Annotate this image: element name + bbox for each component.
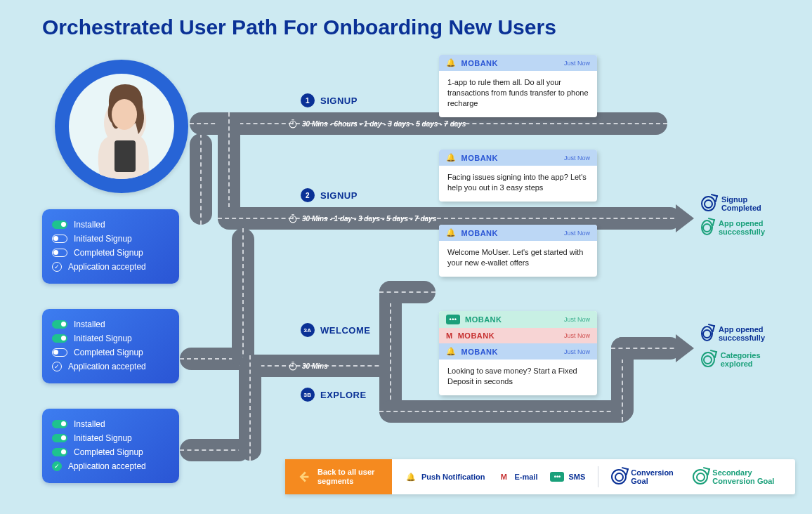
- step-3b: 3BEXPLORE: [301, 388, 367, 402]
- segment-row-label: Application accepted: [68, 362, 146, 371]
- segment-row: Completed Signup: [52, 445, 169, 459]
- notification-card-2: 🔔MOBANKJust Now Facing issues signing in…: [439, 150, 597, 202]
- target-icon: [701, 196, 716, 211]
- road: [239, 355, 261, 461]
- toggle-icon: [52, 235, 67, 243]
- toggle-icon: [52, 334, 67, 343]
- mail-icon: M: [497, 470, 510, 483]
- toggle-icon: [52, 249, 67, 257]
- legend-bar: Back to all user segments 🔔Push Notifica…: [285, 459, 795, 494]
- segment-row-label: Completed Signup: [74, 447, 143, 457]
- segment-row-label: Completed Signup: [74, 248, 143, 258]
- bell-icon: 🔔: [405, 470, 417, 483]
- segment-row: Completed Signup: [52, 246, 169, 260]
- segment-row-label: Completed Signup: [74, 348, 143, 357]
- back-arrow-icon: [296, 469, 312, 485]
- toggle-icon: [52, 320, 67, 329]
- segment-row-label: Application accepted: [68, 461, 146, 471]
- goal-categories: Categories explored: [701, 351, 785, 368]
- svg-point-0: [112, 99, 137, 130]
- step-2: 2SIGNUP: [301, 188, 358, 202]
- road: [232, 228, 254, 369]
- segment-row: Initiated Signup: [52, 331, 169, 345]
- notification-card-3: 🔔MOBANKJust Now Welcome MoUser. Let's ge…: [439, 225, 597, 277]
- road: [190, 133, 212, 225]
- check-icon: ✓: [52, 461, 62, 471]
- bell-icon: 🔔: [446, 228, 457, 237]
- segment-row-label: Initiated Signup: [74, 234, 132, 244]
- person-icon: [79, 74, 164, 179]
- target-icon: [611, 469, 627, 485]
- segment-row: Installed: [52, 417, 169, 431]
- stopwatch-icon: [288, 119, 298, 128]
- toggle-icon: [52, 448, 67, 456]
- goal-app-opened: App opened successfully: [701, 219, 785, 236]
- goal-signup-completed: Signup Completed: [701, 195, 785, 212]
- toggle-icon: [52, 220, 67, 229]
- target-icon: [693, 469, 708, 485]
- arrow-icon: [676, 334, 694, 362]
- step-2-timing: 30 Mins - 1 day - 3 days - 5 days - 7 da…: [288, 213, 436, 223]
- mail-icon: M: [446, 331, 453, 340]
- road: [379, 281, 436, 303]
- legend-push: 🔔Push Notification: [405, 470, 485, 483]
- legend-sms: •••SMS: [550, 472, 585, 482]
- toggle-icon: [52, 434, 67, 442]
- stopwatch-icon: [288, 361, 298, 371]
- legend-email: ME-mail: [497, 470, 537, 483]
- segment-row: Initiated Signup: [52, 232, 169, 246]
- notification-card-1: 🔔MOBANKJust Now 1-app to rule them all. …: [439, 55, 597, 117]
- bell-icon: 🔔: [446, 153, 457, 162]
- stopwatch-icon: [288, 213, 298, 223]
- target-icon: [701, 352, 715, 367]
- bell-icon: 🔔: [446, 58, 457, 67]
- check-icon: ✓: [52, 262, 62, 272]
- segment-row: Completed Signup: [52, 345, 169, 360]
- goal-app-opened-2: App opened successfully: [701, 325, 785, 342]
- step-3a: 3AWELCOME: [301, 323, 370, 337]
- segment-row: Installed: [52, 218, 169, 232]
- road: [611, 337, 681, 360]
- segment-card-3: InstalledInitiated SignupCompleted Signu…: [42, 409, 179, 483]
- segment-row: Installed: [52, 317, 169, 331]
- toggle-icon: [52, 420, 67, 428]
- check-icon: ✓: [52, 362, 62, 371]
- segment-card-1: InstalledInitiated SignupCompleted Signu…: [42, 209, 179, 284]
- user-avatar: [55, 60, 188, 193]
- segment-row-label: Application accepted: [68, 262, 146, 272]
- segment-row: ✓Application accepted: [52, 459, 169, 473]
- segment-row: ✓Application accepted: [52, 260, 169, 274]
- sms-icon: •••: [550, 472, 564, 482]
- target-icon: [701, 220, 713, 235]
- segment-row-label: Installed: [74, 220, 105, 230]
- bell-icon: 🔔: [446, 347, 457, 356]
- road: [379, 400, 632, 423]
- segment-row: ✓Application accepted: [52, 360, 169, 374]
- page-title: Orchestrated User Path For Onboarding Ne…: [42, 15, 556, 39]
- back-button[interactable]: Back to all user segments: [285, 459, 392, 494]
- step-1: 1SIGNUP: [301, 93, 358, 107]
- svg-rect-1: [114, 140, 136, 172]
- sms-icon: •••: [446, 315, 460, 324]
- segment-row-label: Initiated Signup: [74, 334, 132, 343]
- step-1-timing: 30 Mins - 6hours - 1 day - 3 days - 5 da…: [288, 119, 466, 128]
- legend-secondary-conversion: Secondary Conversion Goal: [693, 468, 782, 485]
- segment-row-label: Installed: [74, 419, 105, 429]
- segment-row-label: Installed: [74, 319, 105, 329]
- segment-row: Initiated Signup: [52, 431, 169, 445]
- toggle-icon: [52, 348, 67, 357]
- legend-conversion: Conversion Goal: [611, 468, 680, 485]
- target-icon: [701, 326, 713, 341]
- step-3a-timing: 30 Mins: [288, 361, 328, 371]
- notification-card-4: •••MOBANKJust Now MMOBANKJust Now 🔔MOBAN…: [439, 311, 597, 395]
- segment-row-label: Initiated Signup: [74, 433, 132, 443]
- arrow-icon: [676, 204, 694, 232]
- segment-card-2: InstalledInitiated SignupCompleted Signu…: [42, 309, 179, 383]
